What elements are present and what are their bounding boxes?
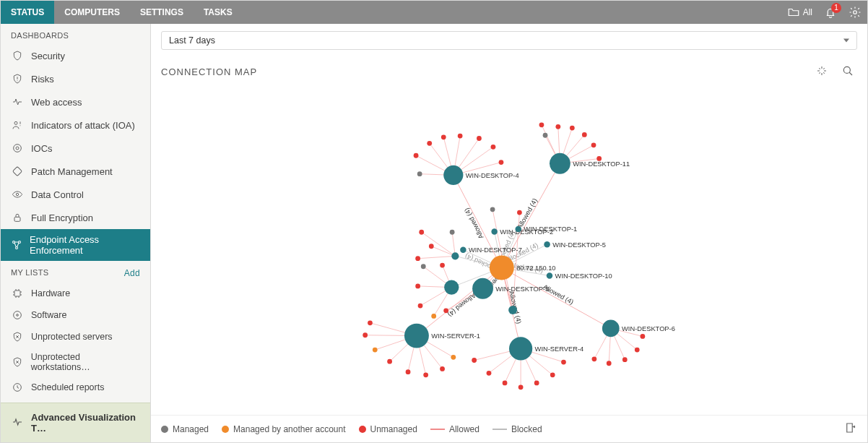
svg-point-1 [17, 80, 17, 81]
shield-x-icon [12, 356, 23, 368]
sidebar-item-patch[interactable]: Patch Management [1, 160, 150, 183]
person-alert-icon [12, 119, 23, 131]
legend-item-managed: Managed [161, 424, 209, 434]
legend-item-managed-other: Managed by another account [222, 424, 345, 434]
legend-item-blocked: Blocked [492, 424, 542, 434]
time-range-value: Last 7 days [169, 35, 215, 46]
sidebar-item-scheduled-reports[interactable]: Scheduled reports [1, 377, 150, 398]
tab-status[interactable]: STATUS [1, 1, 54, 24]
export-icon [844, 421, 857, 434]
sidebar-item-ioa[interactable]: Indicators of attack (IOA) [1, 113, 150, 137]
svg-point-112 [641, 334, 646, 339]
svg-point-84 [440, 366, 445, 371]
svg-point-147 [547, 272, 552, 278]
svg-point-60 [555, 124, 560, 129]
export-button[interactable] [844, 421, 857, 436]
sidebar-item-security[interactable]: Security [1, 44, 150, 67]
sidebar-item-encryption[interactable]: Full Encryption [1, 206, 150, 229]
svg-text:Allowed (4): Allowed (4) [446, 291, 477, 318]
svg-point-106 [607, 361, 612, 366]
svg-point-56 [417, 171, 422, 176]
sidebar-item-label: Endpoint Access Enforcement [30, 234, 140, 256]
svg-point-159 [508, 306, 517, 314]
chip-icon [12, 288, 23, 299]
svg-point-74 [368, 320, 373, 325]
svg-point-4 [14, 145, 22, 152]
sidebar-item-unprotected-workstations[interactable]: Unprotected workstations… [1, 348, 150, 377]
notifications-button[interactable]: 1 [818, 1, 843, 24]
sidebar-item-label: Data Control [31, 189, 84, 200]
scope-label: All [803, 7, 812, 17]
sidebar-item-label: Risks [31, 74, 54, 85]
shield-alert-icon [12, 73, 23, 85]
svg-line-32 [417, 267, 502, 335]
settings-gear-button[interactable] [843, 1, 867, 24]
sidebar-item-hardware[interactable]: Hardware [1, 283, 150, 304]
svg-point-145 [460, 247, 466, 253]
sidebar-item-label: Unprotected servers [31, 332, 113, 342]
svg-point-155 [602, 320, 620, 337]
eye-icon [11, 189, 24, 200]
svg-point-66 [582, 132, 587, 137]
sidebar-item-software[interactable]: Software [1, 304, 150, 326]
svg-point-160 [490, 255, 514, 280]
svg-point-80 [406, 369, 411, 374]
svg-point-44 [427, 141, 432, 146]
svg-point-130 [450, 230, 455, 235]
sidebar-item-unprotected-servers[interactable]: Unprotected servers [1, 326, 150, 348]
shield-x-icon [12, 331, 23, 343]
svg-rect-6 [12, 166, 22, 176]
svg-point-100 [561, 360, 566, 365]
sidebar-item-data-control[interactable]: Data Control [1, 183, 150, 206]
svg-point-120 [431, 314, 436, 319]
svg-point-92 [503, 381, 508, 386]
search-icon [841, 64, 854, 77]
sidebar-item-endpoint-access[interactable]: Endpoint Access Enforcement [1, 229, 150, 261]
scope-all-button[interactable]: All [781, 1, 818, 24]
svg-point-82 [423, 372, 428, 377]
connection-map-graph[interactable]: Allowed (4)Allowed (4)Blocked (4)Blocked… [151, 84, 867, 415]
svg-point-104 [592, 356, 597, 361]
svg-point-2 [14, 121, 17, 124]
svg-line-127 [418, 256, 456, 258]
svg-point-137 [550, 153, 570, 174]
tab-computers[interactable]: COMPUTERS [54, 1, 130, 24]
top-nav: STATUS COMPUTERS SETTINGS TASKS All 1 [1, 1, 867, 24]
sidebar-item-label: Software [31, 310, 66, 320]
time-range-select[interactable]: Last 7 days [161, 31, 857, 50]
sparkle-icon [815, 64, 828, 77]
svg-point-96 [534, 381, 539, 386]
svg-point-143 [544, 241, 550, 247]
svg-text:80.72.150.10: 80.72.150.10 [516, 264, 555, 272]
sidebar-item-iocs[interactable]: IOCs [1, 137, 150, 160]
sidebar-item-label: Unprotected workstations… [31, 352, 140, 372]
tab-settings[interactable]: SETTINGS [130, 1, 194, 24]
sidebar-footer-label: Advanced Visualization T… [31, 412, 140, 434]
svg-point-42 [414, 153, 419, 158]
svg-rect-12 [14, 291, 20, 296]
sidebar-item-label: Indicators of attack (IOA) [31, 120, 135, 131]
tab-tasks[interactable]: TASKS [194, 1, 243, 24]
svg-text:WIN-DESKTOP-6: WIN-DESKTOP-6 [622, 325, 675, 332]
svg-point-50 [477, 136, 482, 141]
svg-point-153 [509, 337, 532, 360]
svg-point-128 [415, 256, 420, 261]
sidebar-footer-visualization[interactable]: Advanced Visualization T… [1, 403, 150, 442]
svg-point-114 [421, 264, 426, 269]
svg-line-123 [422, 232, 456, 256]
svg-point-13 [14, 311, 22, 319]
sidebar-item-risks[interactable]: Risks [1, 67, 150, 90]
svg-point-52 [491, 145, 496, 150]
svg-point-132 [517, 210, 522, 215]
svg-point-58 [539, 122, 544, 127]
network-icon [11, 239, 22, 251]
layout-button[interactable] [812, 61, 831, 82]
search-button[interactable] [838, 61, 857, 82]
svg-point-62 [543, 133, 548, 138]
add-list-link[interactable]: Add [124, 268, 140, 278]
svg-point-46 [441, 134, 446, 139]
main-panel: Last 7 days CONNECTION MAP Allowed (4)Al… [151, 24, 867, 442]
svg-text:WIN-SERVER-1: WIN-SERVER-1 [431, 332, 480, 340]
sidebar-item-web-access[interactable]: Web access [1, 90, 150, 113]
svg-point-54 [499, 160, 504, 165]
